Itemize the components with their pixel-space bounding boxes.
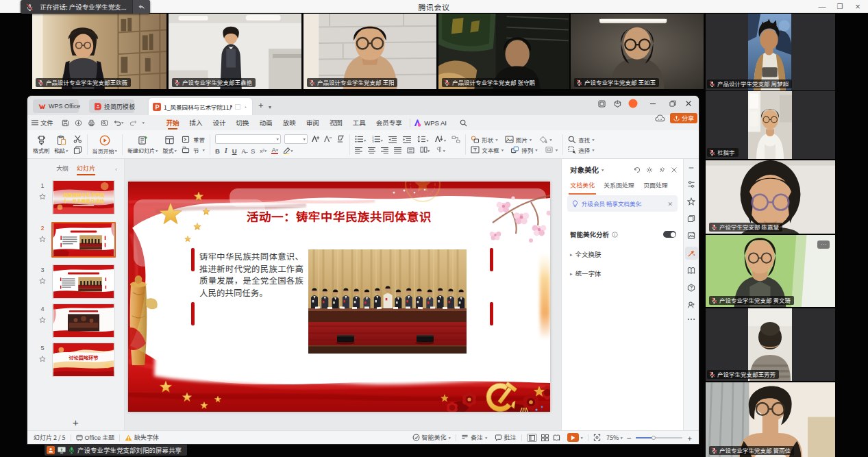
reading-icon[interactable] [687, 267, 695, 275]
video-tile[interactable]: ··· 产设专业学生党支部 黄文琦 [706, 235, 835, 307]
wps-close-icon[interactable] [684, 99, 693, 108]
text-direction-button[interactable]: ▾ [434, 135, 447, 144]
video-tile[interactable]: 产品设计学生党支部 周梦超 [706, 14, 835, 90]
select-button[interactable]: 选择▾ [568, 146, 595, 154]
menu-slideshow[interactable]: 放映 [277, 116, 301, 129]
tab-list-chevron[interactable]: ▾ [269, 102, 271, 113]
section-button[interactable]: 节▾ [182, 146, 205, 154]
print-preview-icon[interactable] [101, 119, 108, 127]
menu-member[interactable]: 会员专享 [371, 116, 407, 129]
reading-view-button[interactable] [553, 434, 560, 441]
contact-icon[interactable] [687, 301, 695, 309]
format-painter-button[interactable]: 格式刷 [33, 135, 49, 154]
tab-diagram[interactable]: 关系图处理 [604, 181, 634, 190]
minimize-icon[interactable]: — [813, 0, 831, 13]
textbox-button[interactable]: 文本框▾ [471, 146, 504, 154]
video-tile[interactable]: 产品设计专业学生党支部 王阳 [303, 14, 436, 89]
speaking-toast[interactable]: 正在讲话: 产设专业学生党支... [21, 0, 150, 14]
increase-font-icon[interactable] [311, 135, 320, 143]
skin-section-row[interactable]: ▸ 全文换肤 [570, 249, 676, 259]
help-icon[interactable] [687, 284, 695, 292]
zoom-slider[interactable] [636, 434, 682, 441]
fit-window-icon[interactable] [593, 434, 601, 441]
menu-view[interactable]: 视图 [324, 116, 347, 129]
copy-icon[interactable] [73, 146, 82, 154]
pin-icon[interactable] [658, 166, 665, 173]
align-center-icon[interactable] [368, 147, 375, 153]
font-section-row[interactable]: ▸ 统一字体 [570, 269, 676, 278]
tab-wps-home[interactable]: WPS Office [33, 99, 79, 113]
settings-icon[interactable] [646, 166, 653, 173]
collapse-strip-icon[interactable] [688, 164, 695, 171]
slide-title[interactable]: 活动一：铸牢中华民族共同体意识 [128, 208, 550, 225]
menu-home[interactable]: 开始 [161, 116, 184, 129]
toast-restore-button[interactable] [132, 0, 150, 14]
font-family-select[interactable]: ▾ [215, 134, 281, 144]
zoom-level[interactable]: 75% [606, 433, 619, 442]
menu-animation[interactable]: 动画 [254, 116, 277, 129]
slide-body-text[interactable]: 铸牢中华民族共同体意识、推进新时代党的民族工作高质量发展，是全党全国各族人民的共… [199, 251, 303, 299]
font-color-button[interactable]: A▾ [271, 147, 278, 154]
zoom-out-button[interactable]: − [627, 432, 632, 443]
share-button[interactable]: 分享 [670, 113, 697, 123]
menu-file[interactable]: 文件 [32, 118, 53, 127]
align-justify-icon[interactable] [394, 147, 401, 153]
more-options-button[interactable]: ··· [817, 240, 830, 249]
menu-transition[interactable]: 切换 [231, 116, 254, 129]
menu-tools[interactable]: 工具 [347, 116, 371, 129]
video-tile[interactable]: 产设学生党支部王芳芳 [706, 308, 835, 381]
clear-format-icon[interactable] [336, 135, 345, 143]
video-tile[interactable]: 产设学生党支部 陈嘉慧 [706, 160, 835, 234]
play-options-chevron[interactable]: ▾ [581, 435, 584, 441]
properties-icon[interactable] [687, 180, 695, 188]
wps-minimize-icon[interactable] [648, 99, 658, 108]
reset-slide-button[interactable]: 重置 [182, 136, 205, 144]
save-icon[interactable] [62, 119, 69, 127]
new-slide-button[interactable]: 新建幻灯片▾ [127, 135, 158, 154]
sorter-view-button[interactable] [541, 434, 549, 441]
menu-design[interactable]: 设计 [208, 116, 231, 129]
3d-cube-icon[interactable] [612, 99, 622, 108]
member-upgrade-banner[interactable]: 升级会员 畅享文档美化 ✕ [567, 195, 678, 212]
bold-button[interactable]: B [215, 146, 220, 156]
video-tile[interactable]: 产设专业学生党支部王鑫艳 [169, 14, 301, 89]
undo-button[interactable]: ▾ [114, 119, 124, 126]
smart-beautify-button[interactable]: 智能美化▾ [412, 433, 451, 442]
copy-panel-icon[interactable] [687, 214, 695, 223]
menu-insert[interactable]: 插入 [184, 116, 208, 129]
video-tile[interactable]: 产设专业学生党支部 管雨佳 [706, 382, 835, 457]
video-tile[interactable]: 产品设计专业学生党支部王欣薇 [32, 14, 166, 89]
underline-button[interactable]: U [232, 146, 237, 156]
qbar-more-chevron[interactable]: ▾ [142, 120, 145, 125]
banner-close-icon[interactable]: ✕ [667, 199, 673, 208]
image-tool-icon[interactable] [687, 232, 695, 240]
wps-restore-icon[interactable] [668, 99, 678, 108]
history-icon[interactable] [634, 166, 641, 173]
arrange-button[interactable]: 排列▾ [510, 146, 538, 154]
strike-button[interactable]: A̶ [242, 146, 246, 156]
video-tile[interactable]: 杜指宇 [706, 91, 835, 159]
paragraph-mark-button[interactable]: ▾ [436, 146, 446, 154]
columns-button[interactable]: ▾ [420, 146, 430, 154]
cloud-sync-icon[interactable] [655, 114, 665, 122]
cut-icon[interactable] [73, 135, 82, 143]
fill-button[interactable]: ▾ [538, 136, 552, 143]
tab-docer[interactable]: 投简历模板 [89, 99, 134, 113]
add-slide-button[interactable]: + [27, 417, 124, 428]
theme-indicator[interactable]: Office 主题 [76, 433, 114, 442]
align-right-icon[interactable] [381, 147, 388, 153]
bullets-button[interactable]: ▾ [355, 136, 367, 144]
superscript-button[interactable]: x²▾ [260, 147, 266, 154]
tab-outline[interactable]: 大纲 [56, 164, 69, 173]
italic-button[interactable]: I [225, 147, 227, 154]
tab-document[interactable]: 1_风景园林与艺术学院11月主 ▢ • [149, 98, 252, 115]
shapes-button[interactable]: 形状▾ [471, 136, 498, 144]
conference-photo[interactable] [308, 249, 467, 354]
wps-ai-button[interactable]: WPS AI [413, 118, 447, 127]
missing-font-warning[interactable]: 缺失字体 [125, 433, 159, 442]
beautify-tool-selected[interactable] [685, 247, 698, 260]
increase-indent-icon[interactable] [403, 136, 412, 143]
restore-icon[interactable]: ❐ [831, 0, 849, 13]
normal-view-button[interactable] [527, 434, 537, 442]
tab-page[interactable]: 页面处理 [643, 181, 668, 190]
